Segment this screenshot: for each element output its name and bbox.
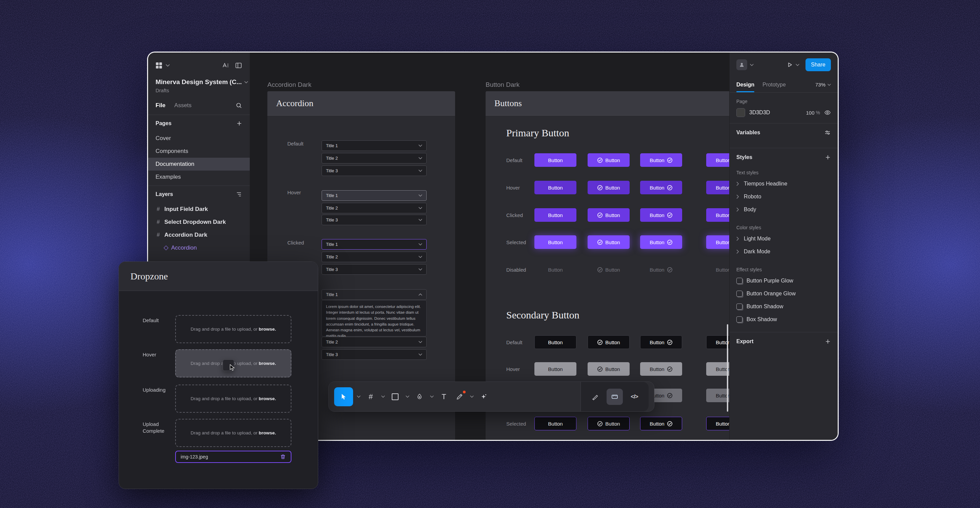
add-page-icon[interactable] bbox=[236, 120, 242, 126]
layer-item-accordion-dark[interactable]: #Accordion Dark bbox=[148, 228, 250, 241]
accordion-item[interactable]: Title 3 bbox=[321, 166, 426, 176]
tab-design[interactable]: Design bbox=[737, 77, 754, 92]
button-component[interactable]: Button bbox=[706, 263, 729, 276]
user-avatar[interactable] bbox=[737, 59, 747, 70]
accordion-item[interactable]: Title 2 bbox=[321, 252, 426, 262]
color-style-light-mode[interactable]: Light Mode bbox=[737, 232, 831, 245]
button-component[interactable]: Button bbox=[640, 417, 682, 430]
page-color-hex[interactable]: 3D3D3D bbox=[749, 110, 770, 116]
chevron-down-icon[interactable] bbox=[380, 395, 386, 398]
chevron-down-icon[interactable] bbox=[795, 64, 799, 66]
frame-label-accordion-dark[interactable]: Accordion Dark bbox=[267, 81, 312, 88]
text-style-roboto[interactable]: Roboto bbox=[737, 190, 831, 203]
main-menu-icon[interactable] bbox=[156, 62, 162, 69]
button-component[interactable]: Button bbox=[535, 335, 576, 349]
chevron-down-icon[interactable] bbox=[428, 395, 435, 398]
draw-tool-icon[interactable] bbox=[587, 389, 603, 405]
page-item-examples[interactable]: Examples bbox=[148, 171, 250, 184]
eye-icon[interactable] bbox=[824, 109, 831, 116]
accordion-item[interactable]: Title 1 bbox=[321, 141, 426, 151]
present-play-icon[interactable] bbox=[787, 62, 793, 68]
actions-tool-button[interactable] bbox=[477, 387, 491, 406]
page-item-documentation[interactable]: Documentation bbox=[148, 158, 250, 171]
button-component[interactable]: Button bbox=[706, 335, 729, 349]
layers-options-icon[interactable] bbox=[235, 191, 242, 198]
accordion-item[interactable]: Title 1 bbox=[321, 190, 426, 201]
button-component[interactable]: Button bbox=[588, 153, 630, 167]
layer-item-select-dropdown-dark[interactable]: #Select Dropdown Dark bbox=[148, 216, 250, 228]
button-component[interactable]: Button bbox=[640, 153, 682, 167]
effect-style-box-shadow[interactable]: Box Shadow bbox=[737, 313, 831, 326]
browse-link[interactable]: browse. bbox=[259, 430, 276, 435]
page-item-components[interactable]: Components bbox=[148, 145, 250, 158]
move-tool-button[interactable] bbox=[334, 387, 353, 406]
button-component[interactable]: Button bbox=[706, 208, 729, 222]
accordion-item[interactable]: Title 2 bbox=[321, 203, 426, 213]
dev-mode-icon[interactable] bbox=[606, 389, 623, 405]
button-component[interactable]: Button bbox=[535, 208, 576, 222]
chevron-down-icon[interactable] bbox=[750, 64, 754, 66]
accordion-item[interactable]: Title 3 bbox=[321, 349, 426, 360]
comment-pencil-tool-button[interactable] bbox=[453, 387, 466, 406]
dropzone-area[interactable]: Drag and drop a file to upload, or brows… bbox=[175, 315, 291, 343]
button-component[interactable]: Button bbox=[535, 235, 576, 249]
button-component[interactable]: Button bbox=[640, 181, 682, 194]
effect-style-button-orange-glow[interactable]: Button Orange Glow bbox=[737, 287, 831, 300]
accordion-item[interactable]: Title 3 bbox=[321, 215, 426, 225]
button-component[interactable]: Button bbox=[706, 362, 729, 376]
uploaded-file-chip[interactable]: img-123.jpeg bbox=[175, 451, 291, 463]
button-component[interactable]: Button bbox=[588, 362, 630, 376]
button-component[interactable]: Button bbox=[640, 208, 682, 222]
text-style-body[interactable]: Body bbox=[737, 203, 831, 216]
browse-link[interactable]: browse. bbox=[259, 361, 276, 366]
button-component[interactable]: Button bbox=[640, 263, 682, 276]
share-button[interactable]: Share bbox=[805, 58, 831, 71]
button-component[interactable]: Button bbox=[535, 181, 576, 194]
button-component[interactable]: Button bbox=[588, 181, 630, 194]
button-component[interactable]: Button bbox=[588, 208, 630, 222]
frame-tool-button[interactable]: # bbox=[364, 387, 377, 406]
canvas-scrollbar[interactable] bbox=[727, 324, 728, 412]
accordion-item[interactable]: Title 1 bbox=[321, 239, 426, 249]
zoom-control[interactable]: 73% bbox=[815, 82, 831, 88]
shape-tool-button[interactable] bbox=[388, 387, 402, 406]
button-component[interactable]: Button bbox=[535, 417, 576, 430]
button-component[interactable]: Button bbox=[706, 181, 729, 194]
add-export-icon[interactable] bbox=[825, 339, 831, 345]
styles-section-row[interactable]: Styles bbox=[737, 148, 831, 166]
layer-item-accordion-instance[interactable]: Accordion bbox=[148, 241, 250, 254]
text-settings-icon[interactable] bbox=[222, 62, 229, 69]
dropzone-area[interactable]: Drag and drop a file to upload, or brows… bbox=[175, 385, 291, 413]
variables-section-row[interactable]: Variables bbox=[737, 123, 831, 142]
pen-tool-button[interactable] bbox=[413, 387, 426, 406]
chevron-down-icon[interactable] bbox=[468, 395, 475, 398]
text-style-tiempos-headline[interactable]: Tiempos Headline bbox=[737, 177, 831, 190]
trash-icon[interactable] bbox=[280, 454, 286, 460]
frame-label-button-dark[interactable]: Button Dark bbox=[485, 81, 519, 88]
button-component[interactable]: Button bbox=[640, 335, 682, 349]
button-component[interactable]: Button bbox=[535, 263, 576, 276]
search-icon[interactable] bbox=[235, 102, 242, 109]
color-style-dark-mode[interactable]: Dark Mode bbox=[737, 245, 831, 258]
button-component[interactable]: Button bbox=[535, 153, 576, 167]
tab-assets[interactable]: Assets bbox=[174, 102, 191, 109]
export-section-row[interactable]: Export bbox=[737, 332, 831, 351]
effect-style-button-shadow[interactable]: Button Shadow bbox=[737, 300, 831, 313]
canvas[interactable]: Accordion Dark Button Dark Accordion Def… bbox=[250, 53, 729, 440]
page-opacity-value[interactable]: 100 bbox=[806, 110, 815, 116]
chevron-down-icon[interactable] bbox=[166, 64, 170, 67]
file-title-row[interactable]: Minerva Design System (C... bbox=[148, 78, 250, 86]
browse-link[interactable]: browse. bbox=[259, 327, 276, 332]
button-component[interactable]: Button bbox=[706, 153, 729, 167]
variables-sliders-icon[interactable] bbox=[824, 129, 831, 136]
browse-link[interactable]: browse. bbox=[259, 396, 276, 401]
text-tool-button[interactable]: T bbox=[437, 387, 451, 406]
tab-prototype[interactable]: Prototype bbox=[762, 77, 786, 92]
button-component[interactable]: Button bbox=[535, 362, 576, 376]
button-component[interactable]: Button bbox=[706, 417, 729, 430]
page-item-cover[interactable]: Cover bbox=[148, 132, 250, 145]
accordion-item[interactable]: Title 1 bbox=[321, 289, 426, 300]
button-component[interactable]: Button bbox=[588, 335, 630, 349]
accordion-item[interactable]: Title 2 bbox=[321, 337, 426, 347]
tab-file[interactable]: File bbox=[156, 102, 165, 109]
